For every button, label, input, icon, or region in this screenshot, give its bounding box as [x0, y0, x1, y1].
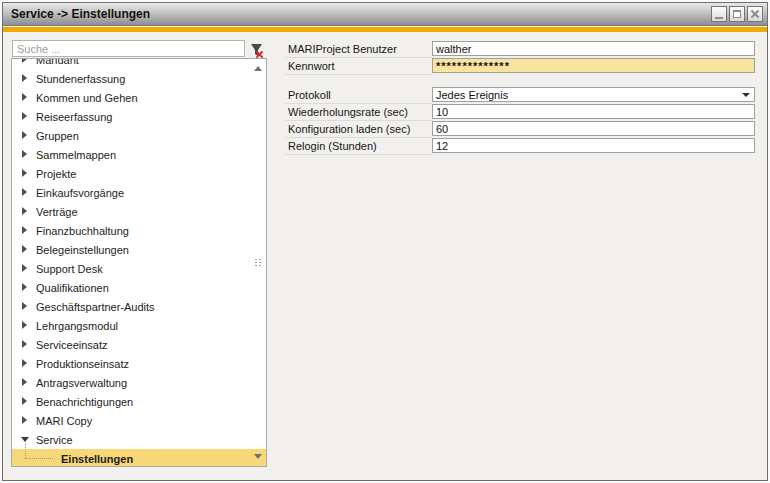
- tree-item-projekte[interactable]: Projekte: [12, 164, 266, 183]
- tree-item-mandant[interactable]: Mandant: [12, 59, 266, 69]
- tree-item-sammelmappen[interactable]: Sammelmappen: [12, 145, 266, 164]
- tree-item-lehrgangsmodul[interactable]: Lehrgangsmodul: [12, 316, 266, 335]
- scrollbar-thumb[interactable]: [255, 259, 261, 268]
- protokoll-select[interactable]: Jedes Ereignis: [432, 87, 755, 102]
- tree-item-einstellungen[interactable]: Einstellungen: [12, 449, 266, 466]
- chevron-right-icon[interactable]: [21, 130, 32, 141]
- tree-item-vertr-ge[interactable]: Verträge: [12, 202, 266, 221]
- tree-item-gesch-ftspartner-audits[interactable]: Geschäftspartner-Audits: [12, 297, 266, 316]
- close-button[interactable]: [747, 6, 763, 22]
- chevron-right-icon[interactable]: [21, 301, 32, 312]
- form-group: ProtokollJedes EreignisWiederholungsrate…: [285, 87, 758, 155]
- search-input[interactable]: [12, 40, 245, 57]
- tree-item-benachrichtigungen[interactable]: Benachrichtigungen: [12, 392, 266, 411]
- relogin-stunden-input[interactable]: [432, 138, 755, 153]
- tree-connector: [25, 458, 53, 459]
- chevron-right-icon[interactable]: [21, 339, 32, 350]
- window-title: Service -> Einstellungen: [11, 3, 150, 26]
- tree-item-label: Gruppen: [36, 130, 79, 142]
- tree-item-label: Lehrgangsmodul: [36, 320, 118, 332]
- tree-item-stundenerfassung[interactable]: Stundenerfassung: [12, 69, 266, 88]
- tree-item-serviceeinsatz[interactable]: Serviceeinsatz: [12, 335, 266, 354]
- chevron-down-icon: [742, 93, 750, 97]
- chevron-right-icon[interactable]: [21, 377, 32, 388]
- filter-clear-icon[interactable]: [249, 43, 265, 58]
- tree-scrollbar[interactable]: [250, 59, 266, 466]
- screen: Service -> Einstellungen MandantStundene…: [0, 0, 770, 483]
- titlebar[interactable]: Service -> Einstellungen: [3, 3, 767, 26]
- tree-item-finanzbuchhaltung[interactable]: Finanzbuchhaltung: [12, 221, 266, 240]
- scroll-up-button[interactable]: [250, 61, 266, 77]
- mariproject-benutzer-input[interactable]: [432, 41, 755, 56]
- form-row-kennwort: Kennwort: [285, 58, 758, 75]
- tree-item-label: Einkaufsvorgänge: [36, 187, 124, 199]
- chevron-right-icon[interactable]: [21, 206, 32, 217]
- settings-form: MARIProject BenutzerKennwortProtokollJed…: [285, 41, 758, 155]
- tree-item-support-desk[interactable]: Support Desk: [12, 259, 266, 278]
- protokoll-selected-value: Jedes Ereignis: [436, 89, 508, 101]
- tree-item-belegeinstellungen[interactable]: Belegeinstellungen: [12, 240, 266, 259]
- form-row-relogin-stunden: Relogin (Stunden): [285, 138, 758, 155]
- chevron-right-icon[interactable]: [21, 111, 32, 122]
- chevron-right-icon[interactable]: [21, 187, 32, 198]
- settings-tree: MandantStundenerfassungKommen und GehenR…: [12, 59, 266, 466]
- tree-item-mari-copy[interactable]: MARI Copy: [12, 411, 266, 430]
- tree-item-label: Finanzbuchhaltung: [36, 225, 129, 237]
- chevron-right-icon[interactable]: [21, 168, 32, 179]
- tree-item-label: Benachrichtigungen: [36, 396, 133, 408]
- tree-item-label: Geschäftspartner-Audits: [36, 301, 155, 313]
- chevron-up-icon: [254, 66, 262, 71]
- kennwort-input[interactable]: [432, 58, 755, 73]
- tree-item-label: Antragsverwaltung: [36, 377, 127, 389]
- chevron-right-icon[interactable]: [21, 263, 32, 274]
- tree-item-kommen-und-gehen[interactable]: Kommen und Gehen: [12, 88, 266, 107]
- chevron-right-icon[interactable]: [21, 92, 32, 103]
- maximize-icon: [733, 10, 741, 18]
- chevron-right-icon[interactable]: [21, 73, 32, 84]
- window-controls: [711, 6, 763, 22]
- tree-item-qualifikationen[interactable]: Qualifikationen: [12, 278, 266, 297]
- tree-item-label: Mandant: [36, 59, 79, 66]
- konfiguration-laden-sec-label: Konfiguration laden (sec): [285, 121, 432, 138]
- minimize-icon: [715, 17, 723, 19]
- tree-item-label: Reiseerfassung: [36, 111, 112, 123]
- chevron-down-icon[interactable]: [21, 434, 32, 445]
- relogin-stunden-label: Relogin (Stunden): [285, 138, 432, 155]
- protokoll-label: Protokoll: [285, 87, 432, 104]
- tree-item-label: Serviceeinsatz: [36, 339, 108, 351]
- konfiguration-laden-sec-input[interactable]: [432, 121, 755, 136]
- scroll-down-button[interactable]: [250, 448, 266, 464]
- form-row-wiederholungsrate-sec: Wiederholungsrate (sec): [285, 104, 758, 121]
- tree-item-service[interactable]: Service: [12, 430, 266, 449]
- form-row-mariproject-benutzer: MARIProject Benutzer: [285, 41, 758, 58]
- tree-item-label: Sammelmappen: [36, 149, 116, 161]
- chevron-right-icon[interactable]: [21, 320, 32, 331]
- tree-item-antragsverwaltung[interactable]: Antragsverwaltung: [12, 373, 266, 392]
- wiederholungsrate-sec-label: Wiederholungsrate (sec): [285, 104, 432, 121]
- app-window: Service -> Einstellungen MandantStundene…: [2, 2, 768, 481]
- chevron-right-icon[interactable]: [21, 415, 32, 426]
- tree-item-label: Kommen und Gehen: [36, 92, 138, 104]
- wiederholungsrate-sec-input[interactable]: [432, 104, 755, 119]
- tree-item-label: Verträge: [36, 206, 78, 218]
- maximize-button[interactable]: [729, 6, 745, 22]
- chevron-right-icon[interactable]: [21, 358, 32, 369]
- chevron-right-icon[interactable]: [21, 225, 32, 236]
- mariproject-benutzer-label: MARIProject Benutzer: [285, 41, 432, 58]
- tree-item-label: Einstellungen: [61, 453, 133, 465]
- chevron-right-icon[interactable]: [21, 244, 32, 255]
- tree-item-gruppen[interactable]: Gruppen: [12, 126, 266, 145]
- minimize-button[interactable]: [711, 6, 727, 22]
- form-row-konfiguration-laden-sec: Konfiguration laden (sec): [285, 121, 758, 138]
- kennwort-label: Kennwort: [285, 58, 432, 75]
- tree-item-label: Service: [36, 434, 73, 446]
- tree-item-produktionseinsatz[interactable]: Produktionseinsatz: [12, 354, 266, 373]
- tree-item-label: Support Desk: [36, 263, 103, 275]
- form-row-protokoll: ProtokollJedes Ereignis: [285, 87, 758, 104]
- chevron-right-icon[interactable]: [21, 282, 32, 293]
- chevron-right-icon[interactable]: [21, 396, 32, 407]
- chevron-right-icon[interactable]: [21, 59, 32, 65]
- tree-item-reiseerfassung[interactable]: Reiseerfassung: [12, 107, 266, 126]
- tree-item-einkaufsvorg-nge[interactable]: Einkaufsvorgänge: [12, 183, 266, 202]
- chevron-right-icon[interactable]: [21, 149, 32, 160]
